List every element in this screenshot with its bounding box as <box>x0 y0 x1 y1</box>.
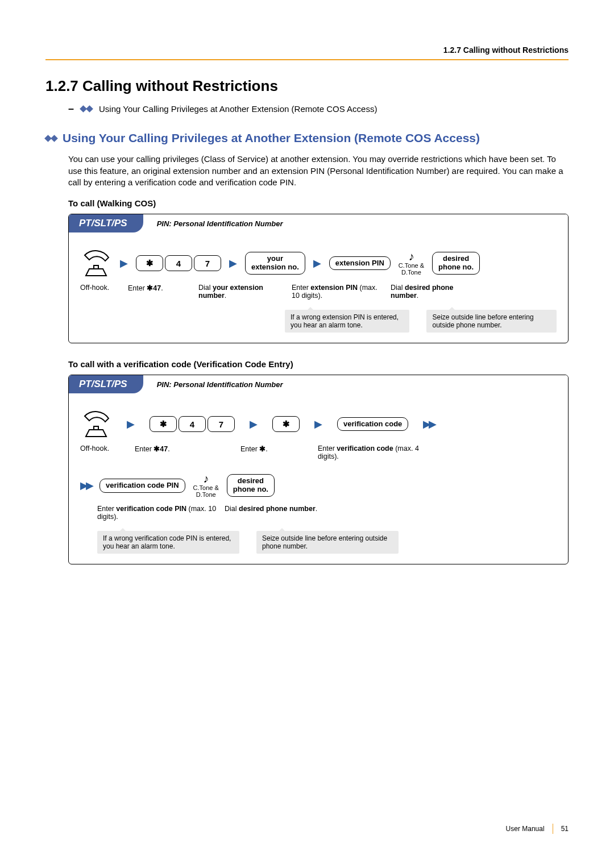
caption-dial-ext: Dial your extension number. <box>198 284 284 300</box>
procedure2-captions-row2: Enter verification code PIN (max. 10 dig… <box>97 505 557 521</box>
header-rule <box>45 59 569 60</box>
procedure2-flow-row1: ▶ ✱ 4 7 ▶ ✱ ▶ verification code ▶▶ <box>80 410 557 438</box>
tone-icon: ♪ C.Tone & D.Tone <box>193 473 219 498</box>
key-7: 7 <box>208 416 235 432</box>
arrow-icon: ▶ <box>120 257 128 269</box>
music-note-icon: ♪ <box>203 473 209 485</box>
caption-dial-desired: Dial desired phone number. <box>225 505 327 521</box>
toc-item-text: Using Your Calling Privileges at Another… <box>99 104 377 114</box>
procedure1-flow: ▶ ✱ 4 7 ▶ your extension no. ▶ extension… <box>80 250 557 277</box>
procedure1-card-header: PT/SLT/PS PIN: Personal Identification N… <box>69 214 568 232</box>
double-arrow-icon: ▶▶ <box>423 418 434 430</box>
box-verification-code-pin: verification code PIN <box>99 479 185 493</box>
key-star2: ✱ <box>272 416 300 432</box>
subsection-title-text: Using Your Calling Privileges at Another… <box>63 131 480 146</box>
procedure1-captions: Off-hook. Enter ✱47. Dial your extension… <box>80 284 557 300</box>
diamond-icon <box>45 136 57 141</box>
arrow-icon: ▶ <box>313 257 321 269</box>
caption-offhook: Off-hook. <box>80 284 120 300</box>
procedure2-card: PT/SLT/PS PIN: Personal Identification N… <box>68 375 569 564</box>
caption-verification-code: Enter verification code (max. 4 digits). <box>318 445 432 460</box>
procedure1-hints: If a wrong extension PIN is entered, you… <box>285 310 557 333</box>
footer-divider-icon <box>553 824 553 834</box>
box-verification-code: verification code <box>337 417 408 431</box>
procedure2-heading: To call with a verification code (Verifi… <box>68 359 569 369</box>
arrow-icon: ▶ <box>229 257 237 269</box>
arrow-icon: ▶ <box>250 418 258 430</box>
tone-icon: ♪ C.Tone & D.Tone <box>399 251 424 276</box>
music-note-icon: ♪ <box>408 251 414 263</box>
offhook-icon <box>80 250 112 277</box>
page-footer: User Manual 51 <box>506 824 569 834</box>
caption-offhook: Off-hook. <box>80 445 120 460</box>
procedure1-card: PT/SLT/PS PIN: Personal Identification N… <box>68 214 569 343</box>
key-star: ✱ <box>150 416 177 432</box>
tone-label: D.Tone <box>401 269 421 276</box>
key-sequence-star47: ✱ 4 7 <box>150 416 235 432</box>
procedure1-body: ▶ ✱ 4 7 ▶ your extension no. ▶ extension… <box>69 232 568 343</box>
caption-dial-desired: Dial desired phone number. <box>391 284 476 300</box>
section-title: 1.2.7 Calling without Restrictions <box>45 77 569 95</box>
key-star: ✱ <box>136 255 163 271</box>
offhook-icon <box>80 410 112 438</box>
bullet-dash-icon: – <box>68 103 74 115</box>
device-tab: PT/SLT/PS <box>69 375 143 393</box>
box-desired-phone: desired phone no. <box>432 252 480 275</box>
procedure2-body: ▶ ✱ 4 7 ▶ ✱ ▶ verification code ▶▶ Off-h… <box>69 393 568 564</box>
double-arrow-icon: ▶▶ <box>80 479 92 492</box>
tone-label: C.Tone & <box>399 263 424 269</box>
key-4: 4 <box>179 416 206 432</box>
hint-wrong-pin: If a wrong verification code PIN is ente… <box>97 531 239 554</box>
key-7: 7 <box>194 255 221 271</box>
subsection-title: Using Your Calling Privileges at Another… <box>45 131 569 146</box>
box-your-extension: your extension no. <box>245 252 305 275</box>
tone-label: D.Tone <box>196 492 216 499</box>
caption-enter47: Enter ✱47. <box>135 445 226 460</box>
procedure2-captions-row1: Off-hook. Enter ✱47. Enter ✱. Enter veri… <box>80 445 557 460</box>
running-header: 1.2.7 Calling without Restrictions <box>45 45 569 55</box>
arrow-icon: ▶ <box>127 418 135 430</box>
key-4: 4 <box>165 255 192 271</box>
hint-seize-line: Seize outside line before entering outsi… <box>426 310 557 333</box>
key-sequence-star47: ✱ 4 7 <box>136 255 221 271</box>
page: 1.2.7 Calling without Restrictions 1.2.7… <box>0 0 614 868</box>
caption-ext-pin: Enter extension PIN (max. 10 digits). <box>292 284 383 300</box>
footer-label: User Manual <box>506 825 545 833</box>
procedure1-heading: To call (Walking COS) <box>68 198 569 208</box>
box-desired-phone: desired phone no. <box>227 474 275 497</box>
subsection-paragraph: You can use your calling privileges (Cla… <box>68 153 569 188</box>
hint-wrong-pin: If a wrong extension PIN is entered, you… <box>285 310 409 333</box>
hint-seize-line: Seize outside line before entering outsi… <box>256 531 399 554</box>
box-extension-pin: extension PIN <box>329 256 391 271</box>
pin-note: PIN: Personal Identification Number <box>157 219 283 228</box>
procedure2-card-header: PT/SLT/PS PIN: Personal Identification N… <box>69 375 568 393</box>
arrow-icon: ▶ <box>314 418 322 430</box>
caption-verification-pin: Enter verification code PIN (max. 10 dig… <box>97 505 217 521</box>
diamond-icon <box>81 106 92 111</box>
caption-enter-star: Enter ✱. <box>240 445 303 460</box>
pin-note: PIN: Personal Identification Number <box>157 380 283 389</box>
footer-page-number: 51 <box>561 825 569 833</box>
procedure2-hints: If a wrong verification code PIN is ente… <box>97 531 557 554</box>
toc-line: – Using Your Calling Privileges at Anoth… <box>68 103 569 115</box>
device-tab: PT/SLT/PS <box>69 214 143 232</box>
procedure2-flow-row2: ▶▶ verification code PIN ♪ C.Tone & D.To… <box>80 473 557 498</box>
tone-label: C.Tone & <box>193 485 219 492</box>
caption-enter47: Enter ✱47. <box>128 284 190 300</box>
